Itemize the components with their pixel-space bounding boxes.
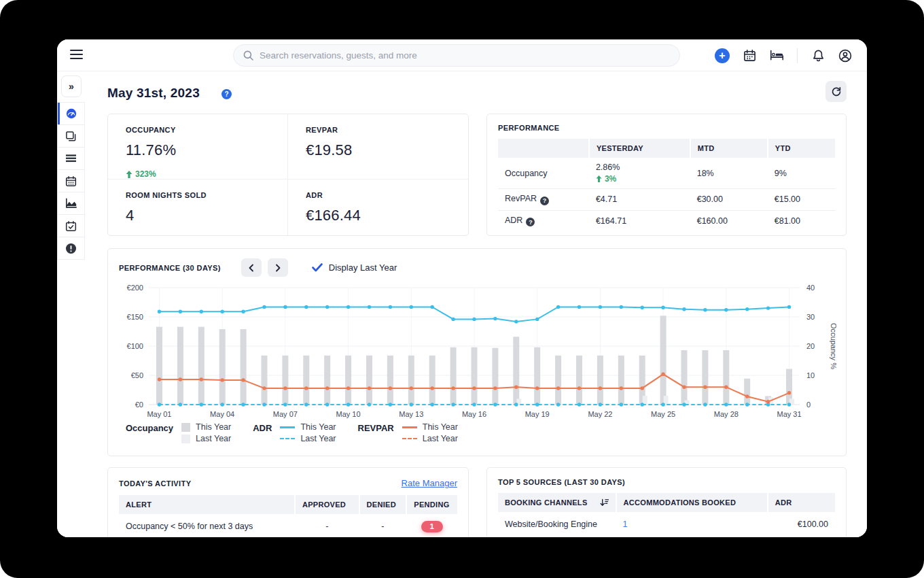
activity-table: ALERT APPROVED DENIED PENDING Occupancy … [119,495,457,537]
sidebar-item-reports[interactable] [57,192,85,215]
channel-name: Website/Booking Engine [498,512,616,537]
chevron-left-icon [248,264,255,272]
cell-value: €15.00 [768,189,835,211]
sidebar-expand-button[interactable] [61,75,82,97]
svg-text:€150: €150 [127,313,143,321]
kpi-value: 11.76% [126,141,287,159]
screen-background: + [0,0,924,578]
adr-value: €100.00 [768,512,835,537]
top-bar: + [57,39,867,71]
sidebar-item-dashboard[interactable] [57,102,85,125]
legend-group: OccupancyThis YearLast Year [126,422,231,443]
legend-item-label: This Year [423,422,458,432]
user-avatar-icon [838,49,852,63]
sidebar-item-bookings-list[interactable] [57,147,85,170]
topbar-divider [797,48,798,63]
calendar-check-icon [65,220,77,232]
cell-value: €81.00 [768,210,835,231]
legend-item: This Year [280,422,336,432]
dashboard-gauge-icon [65,107,77,120]
kpi-occupancy: OCCUPANCY 11.76% 323% [108,114,288,180]
col-alert: ALERT [119,495,295,514]
svg-text:10: 10 [806,371,815,379]
legend-item-label: This Year [300,422,336,432]
col-yesterday: YESTERDAY [589,139,690,158]
svg-text:€0: €0 [135,401,143,409]
plus-icon: + [715,48,730,63]
svg-text:May 16: May 16 [462,410,486,418]
search-bar[interactable] [233,44,680,67]
sidebar-item-alerts[interactable] [57,237,85,260]
legend-item-label: Last Year [423,434,458,443]
sidebar-item-calendar[interactable] [57,169,85,192]
help-icon[interactable] [221,89,232,99]
legend-item-label: Last Year [300,434,336,443]
denied-value: - [359,514,407,537]
legend-group-label: ADR [253,422,272,434]
legend-group-label: Occupancy [126,422,173,434]
legend-item: Last Year [402,434,458,443]
table-row: Occupancy < 50% for next 3 days - - 1 [119,514,457,537]
svg-text:May 31: May 31 [777,410,802,418]
svg-text:€200: €200 [127,284,143,292]
sidebar-item-tasks[interactable] [57,214,85,237]
legend-item-label: This Year [196,422,231,432]
next-period-button[interactable] [268,258,288,277]
sidebar [57,71,85,537]
legend-swatch [181,435,190,443]
col-booking-channels: BOOKING CHANNELS [498,493,616,512]
legend-item-label: Last Year [196,434,231,443]
svg-text:May 07: May 07 [273,410,298,418]
display-last-year-label: Display Last Year [329,262,397,273]
kpi-value: €166.44 [306,207,468,224]
display-last-year-toggle[interactable]: Display Last Year [312,262,397,273]
rate-manager-link[interactable]: Rate Manager [402,478,457,488]
cell-value: €160.00 [690,210,768,231]
copy-icon [65,131,77,142]
kpi-label: OCCUPANCY [126,126,287,134]
refresh-button[interactable] [825,81,847,102]
account-button[interactable] [834,45,856,67]
legend-group: REVPARThis YearLast Year [358,422,458,443]
calendar-icon [65,175,77,187]
svg-text:May 22: May 22 [588,410,612,418]
create-button[interactable]: + [711,45,733,67]
chart-legend: OccupancyThis YearLast YearADRThis YearL… [126,422,835,443]
page-title: May 31st, 2023 [107,86,200,101]
cell-change: 3% [596,174,683,184]
rooms-button[interactable] [766,45,787,67]
calendar-button[interactable] [739,45,760,67]
pending-badge[interactable]: 1 [421,521,443,532]
alert-circle-icon [65,243,77,254]
help-icon[interactable] [526,218,535,226]
prev-period-button[interactable] [241,258,262,277]
svg-text:May 01: May 01 [147,410,171,418]
kpi-revpar: REVPAR €19.58 [288,114,468,180]
alert-text: Occupancy < 50% for next 3 days [119,514,295,537]
col-adr: ADR [768,493,835,512]
sort-icon[interactable] [600,498,609,507]
kpi-card: OCCUPANCY 11.76% 323% REVPAR €19.58 [107,114,469,236]
help-icon[interactable] [540,197,549,205]
chart-header: PERFORMANCE (30 DAYS) [119,258,835,277]
legend-item: Last Year [280,434,336,443]
activity-title: TODAY'S ACTIVITY [119,479,191,488]
performance-card: PERFORMANCE YESTERDAY MTD YTD [486,114,847,236]
sources-title: TOP 5 SOURCES (LAST 30 DAYS) [498,478,625,486]
main-content: May 31st, 2023 OCCUPANCY 11.76% [85,71,867,537]
kpi-row: OCCUPANCY 11.76% 323% REVPAR €19.58 [107,114,847,236]
cell-value: 2.86% [596,163,683,172]
performance-chart[interactable]: €0€50€100€150€200010203040Occupancy %May… [119,284,836,421]
search-input[interactable] [260,50,670,61]
bottom-row: TODAY'S ACTIVITY Rate Manager ALERT APPR… [107,467,847,537]
booked-count[interactable]: 1 [616,512,768,537]
legend-swatch [402,438,417,439]
table-row: RevPAR €4.71 €30.00 €15.00 [498,189,835,211]
sidebar-item-reservations[interactable] [57,124,85,148]
todays-activity-card: TODAY'S ACTIVITY Rate Manager ALERT APPR… [107,467,469,537]
row-label: ADR [498,210,589,231]
menu-button[interactable] [70,50,83,61]
bed-icon [770,50,784,61]
notifications-button[interactable] [807,45,829,67]
svg-text:May 10: May 10 [336,410,361,418]
